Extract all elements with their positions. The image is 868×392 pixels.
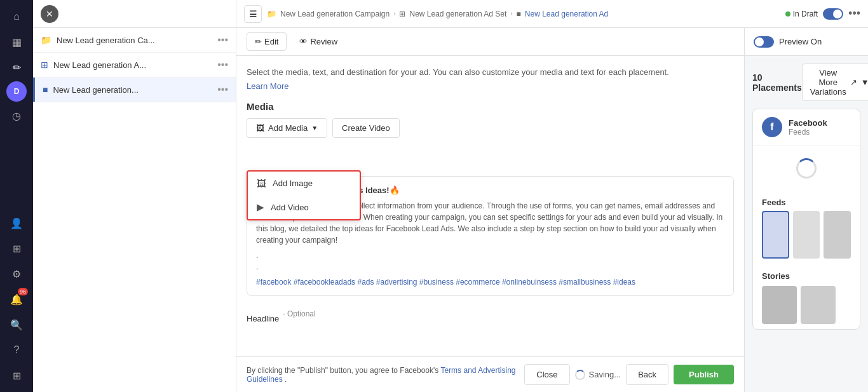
post-tags: #facebook #facebookleadads #ads #adverti… [256, 278, 724, 287]
sidebar-history-btn[interactable]: ◷ [5, 104, 28, 127]
breadcrumb-ad-icon: ■ [517, 10, 521, 18]
post-dots2: . [256, 261, 724, 273]
ad-more-btn[interactable]: ••• [217, 84, 228, 95]
preview-toggle[interactable] [754, 36, 774, 48]
status-label: In Draft [793, 10, 818, 18]
headline-label: Headline [247, 314, 279, 323]
placements-title: 10 Placements [752, 72, 802, 93]
sidebar-edit-btn[interactable]: ✏ [5, 56, 28, 79]
create-video-btn[interactable]: Create Video [332, 118, 400, 138]
adset-icon: ⊞ [41, 60, 48, 70]
add-media-icon: 🖼 [256, 123, 264, 133]
close-panel-btn[interactable]: ✕ [41, 5, 58, 23]
sidebar-apps-btn[interactable]: ⊞ [5, 364, 28, 387]
adset-more-btn[interactable]: ••• [217, 59, 228, 71]
sidebar-toggle-btn[interactable]: ☰ [244, 5, 262, 23]
edit-button[interactable]: ✏ Edit [247, 32, 287, 51]
post-dots: . [256, 250, 724, 261]
notification-badge: 96 [18, 288, 28, 295]
platform-name: Facebook [789, 118, 827, 128]
main-area: ☰ 📁 New Lead generation Campaign › ⊞ New… [236, 0, 868, 392]
add-media-label: Add Media [268, 123, 308, 133]
edit-label: Edit [264, 37, 278, 46]
story-thumb-2[interactable] [801, 286, 836, 324]
ad-item-label: New Lead generation... [53, 85, 212, 95]
review-eye-icon: 👁 [299, 37, 308, 46]
video-icon: ▶ [257, 201, 264, 213]
placement-section-facebook: f Facebook Feeds Feeds [752, 109, 860, 330]
breadcrumb-adset-icon: ⊞ [399, 10, 405, 18]
breadcrumb: 📁 New Lead generation Campaign › ⊞ New L… [267, 10, 780, 18]
saving-spinner [575, 370, 585, 380]
breadcrumb-ad[interactable]: New Lead generation Ad [525, 10, 608, 18]
thumb-3[interactable] [824, 211, 851, 259]
sidebar-search-btn[interactable]: 🔍 [5, 313, 28, 336]
content-row: ✏ Edit 👁 Review Select the media, text, … [236, 28, 868, 392]
sidebar-notification-btn[interactable]: 🔔96 [5, 288, 28, 311]
breadcrumb-sep-1: › [393, 10, 395, 17]
review-button[interactable]: 👁 Review [292, 33, 345, 50]
breadcrumb-sep-2: › [510, 10, 512, 17]
sidebar-settings-btn[interactable]: ⚙ [5, 262, 28, 285]
saving-label: Saving... [589, 370, 621, 379]
back-btn[interactable]: Back [626, 364, 668, 385]
breadcrumb-campaign[interactable]: New Lead generation Campaign [280, 10, 390, 18]
more-options-btn[interactable]: ••• [848, 7, 860, 20]
add-media-btn[interactable]: 🖼 Add Media ▼ [247, 118, 327, 138]
breadcrumb-folder-icon: 📁 [267, 10, 276, 18]
campaign-more-btn[interactable]: ••• [217, 34, 228, 46]
sidebar-grid-btn[interactable]: ⊞ [5, 237, 28, 260]
sidebar-home-btn[interactable]: ⌂ [5, 5, 28, 28]
panel-item-adset[interactable]: ⊞ New Lead generation A... ••• [33, 53, 236, 78]
panel-item-ad[interactable]: ■ New Lead generation... ••• [33, 78, 236, 102]
preview-panel: Preview On 10 Placements View More Varia… [745, 28, 868, 392]
view-more-label: View More Variations [810, 68, 846, 97]
thumb-1[interactable] [762, 211, 789, 259]
loading-spinner [796, 158, 817, 179]
platform-sub: Feeds [789, 128, 827, 137]
draft-toggle[interactable] [823, 8, 843, 20]
panel-item-campaign[interactable]: 📁 New Lead generation Ca... ••• [33, 28, 236, 53]
story-thumb-1[interactable] [762, 286, 797, 324]
chevron-down-icon: ▼ [311, 125, 318, 132]
media-section-title: Media [247, 101, 734, 112]
add-image-item[interactable]: 🖼 Add Image [248, 172, 360, 195]
info-text: Select the media, text, and destination … [247, 66, 734, 79]
review-label: Review [310, 37, 337, 46]
breadcrumb-adset[interactable]: New Lead generation Ad Set [409, 10, 506, 18]
edit-toolbar: ✏ Edit 👁 Review [236, 28, 744, 56]
preview-body: 10 Placements View More Variations ↗ ▼ f… [745, 56, 868, 392]
preview-header: Preview On [745, 28, 868, 56]
image-icon: 🖼 [257, 178, 266, 189]
platform-header: f Facebook Feeds [753, 109, 860, 145]
saving-indicator: Saving... [575, 370, 621, 380]
avatar[interactable]: D [6, 81, 27, 102]
sidebar-account-btn[interactable]: 👤 [5, 212, 28, 234]
stories-section: Stories [753, 266, 860, 329]
headline-row: Headline · Optional [247, 305, 734, 323]
thumb-2[interactable] [793, 211, 820, 259]
add-video-item[interactable]: ▶ Add Video [248, 195, 360, 219]
sidebar-help-btn[interactable]: ? [5, 339, 28, 362]
stories-thumbnails [762, 286, 851, 324]
preview-on-label: Preview On [779, 37, 822, 46]
close-footer-btn[interactable]: Close [524, 364, 569, 385]
edit-panel: ✏ Edit 👁 Review Select the media, text, … [236, 28, 745, 392]
status-badge: In Draft [785, 10, 818, 18]
panel-list-header: ✕ [33, 0, 236, 28]
view-more-btn[interactable]: View More Variations ↗ ▼ [802, 64, 868, 101]
platform-info: Facebook Feeds [789, 118, 827, 137]
feeds-thumbnails [753, 211, 860, 266]
sidebar-chart-btn[interactable]: ▦ [5, 30, 28, 53]
ad-icon: ■ [43, 84, 48, 95]
adset-item-label: New Lead generation A... [53, 60, 212, 70]
status-dot [785, 11, 790, 17]
learn-more-link[interactable]: Learn More [247, 81, 288, 91]
placements-header: 10 Placements View More Variations ↗ ▼ [752, 64, 860, 101]
publish-btn[interactable]: Publish [674, 365, 734, 384]
footer-terms: By clicking the "Publish" button, you ag… [247, 366, 519, 384]
top-bar: ☰ 📁 New Lead generation Campaign › ⊞ New… [236, 0, 868, 28]
external-link-icon: ↗ [850, 78, 857, 87]
stories-label: Stories [762, 271, 851, 281]
sidebar: ⌂ ▦ ✏ D ◷ 👤 ⊞ ⚙ 🔔96 🔍 ? ⊞ [0, 0, 33, 392]
